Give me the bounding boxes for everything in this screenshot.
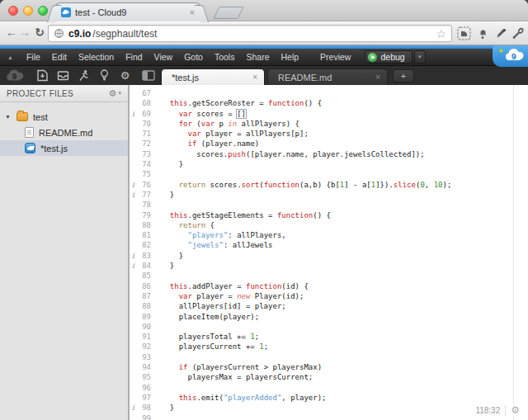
menu-item-share[interactable]: Share [240,49,275,66]
code-line-76[interactable]: return scores.sort(function(a,b) {b[1] -… [161,180,526,190]
code-line-91[interactable]: playersTotal += 1; [161,332,526,342]
browser-tab[interactable]: test - Cloud9 × [54,2,201,21]
gutter-line-92[interactable]: 92 [130,342,158,352]
gutter-line-86[interactable]: 86 [130,281,158,291]
reload-button[interactable]: ↻ [33,26,46,39]
gutter-line-95[interactable]: 95 [130,372,158,382]
code-line-85[interactable] [161,271,526,281]
back-button[interactable]: ← [5,26,18,39]
menu-item-selection[interactable]: Selection [73,49,120,66]
panel-toggle-icon[interactable] [142,69,156,82]
gutter-line-88[interactable]: 88 [130,301,158,311]
gutter-line-78[interactable]: 78 [130,200,158,210]
bookmark-star-icon[interactable]: ☆ [436,28,446,40]
collapse-menubar-button[interactable]: ▲ [7,54,13,60]
minimize-window-button[interactable] [23,6,33,16]
code-line-93[interactable] [161,352,526,362]
code-line-81[interactable]: "players": allPlayers, [161,230,526,240]
save-file-icon[interactable] [36,69,49,82]
tree-item-readme-md[interactable]: README.md [0,125,128,140]
forward-button[interactable]: → [18,26,31,39]
code-line-92[interactable]: playersCurrent += 1; [161,342,526,352]
code-line-73[interactable]: scores.push([player.name, player.jewelsC… [161,149,526,159]
gutter-line-67[interactable]: 67 [130,88,158,98]
gutter-line-87[interactable]: 87 [130,291,158,301]
menu-item-file[interactable]: File [21,49,46,66]
gutter-line-84[interactable]: i84 [130,261,158,271]
tree-item-test-js[interactable]: *test.js [0,140,128,156]
close-icon[interactable]: × [375,73,380,82]
code-line-98[interactable]: } [161,403,526,413]
gutter-line-72[interactable]: 72 [130,139,158,149]
gutter-line-91[interactable]: 91 [130,332,158,342]
gutter-line-82[interactable]: 82 [130,240,158,250]
code-line-77[interactable]: } [161,190,526,200]
code-line-67[interactable] [161,88,526,98]
gutter-line-81[interactable]: 81 [130,230,158,240]
gutter-line-80[interactable]: 80 [130,220,158,230]
code-line-80[interactable]: return { [161,220,526,230]
run-icon[interactable] [78,69,90,82]
archive-drawer-icon[interactable] [57,69,69,82]
debug-options-dropdown[interactable]: ▾ [414,50,426,64]
cloud9-logo[interactable]: 9 [493,45,528,67]
code-line-71[interactable]: var player = allPlayers[p]; [161,129,526,139]
code-editor[interactable]: 6768i69707172737475i76i777879808182i83i8… [130,85,526,420]
gutter-line-77[interactable]: i77 [130,190,158,200]
gutter-line-83[interactable]: i83 [130,251,158,261]
code-line-90[interactable] [161,322,526,332]
code-line-72[interactable]: if (player.name) [161,139,526,149]
menu-item-tools[interactable]: Tools [209,49,241,66]
browser-new-tab-button[interactable] [213,7,243,19]
code-line-68[interactable]: this.getScoreRoster = function() { [161,98,526,108]
tree-item-test[interactable]: ▼test [0,109,128,125]
preferences-gear-icon[interactable]: ⚙ [119,69,131,82]
code-line-74[interactable]: } [161,159,526,169]
gutter-line-90[interactable]: 90 [130,322,158,332]
address-bar[interactable]: c9.io /segphault/test ☆ [48,25,452,42]
debug-run-button[interactable]: ▶ debug [365,50,412,64]
code-line-99[interactable] [161,413,526,420]
evernote-extension-icon[interactable] [457,26,471,40]
code-line-97[interactable]: this.emit("playerAdded", player); [161,393,526,403]
code-line-88[interactable]: allPlayers[id] = player; [161,301,526,311]
gutter-line-73[interactable]: 73 [130,149,158,159]
gutter-line-89[interactable]: 89 [130,312,158,322]
gutter-line-97[interactable]: 97 [130,393,158,403]
code-line-94[interactable]: if (playersCurrent > playersMax) [161,362,526,372]
gutter-line-69[interactable]: i69 [130,109,158,119]
code-line-96[interactable] [161,383,526,393]
menu-item-preview[interactable]: Preview [314,49,356,66]
code-line-78[interactable] [161,200,526,210]
pen-extension-icon[interactable] [494,26,508,40]
code-line-84[interactable]: } [161,261,526,271]
menu-item-help[interactable]: Help [275,49,304,66]
close-tab-icon[interactable]: × [190,7,195,17]
expander-icon[interactable]: ▼ [4,114,12,120]
gutter-line-74[interactable]: 74 [130,159,158,169]
gutter-line-96[interactable]: 96 [130,383,158,393]
code-line-83[interactable]: } [161,251,526,261]
editor-tab-readme-md[interactable]: README.md× [267,68,388,85]
gutter-line-70[interactable]: 70 [130,119,158,129]
deploy-balloon-icon[interactable] [98,69,111,82]
code-line-69[interactable]: var scores = [] [161,109,526,119]
code-line-70[interactable]: for (var p in allPlayers) { [161,119,526,129]
sidebar-settings-button[interactable]: ⚙ ▾ [109,88,121,99]
gutter-line-98[interactable]: i98 [130,403,158,413]
zoom-window-button[interactable] [38,6,48,16]
code-line-95[interactable]: playersMax = playersCurrent; [161,372,526,382]
code-line-75[interactable] [161,169,526,179]
gutter-line-79[interactable]: 79 [130,210,158,220]
code-line-89[interactable]: placeItem(player); [161,312,526,322]
close-icon[interactable]: × [252,73,257,82]
editor-gutter[interactable]: 6768i69707172737475i76i777879808182i83i8… [130,88,158,420]
menu-item-edit[interactable]: Edit [46,49,73,66]
gutter-line-75[interactable]: 75 [130,169,158,179]
gutter-line-85[interactable]: 85 [130,271,158,281]
code-line-79[interactable]: this.getStageElements = function() { [161,210,526,220]
gutter-line-99[interactable]: 99 [130,413,158,420]
menu-item-find[interactable]: Find [120,49,148,66]
statusbar-gear-icon[interactable]: ⚙ [511,404,520,416]
menu-item-goto[interactable]: Goto [178,49,209,66]
